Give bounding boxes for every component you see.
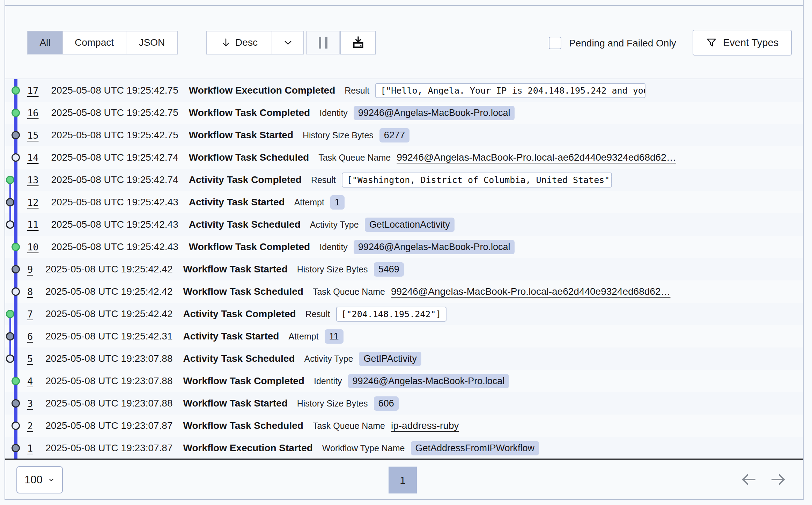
tab-compact[interactable]: Compact bbox=[62, 31, 126, 54]
event-row[interactable]: 102025-05-08 UTC 19:25:42.43Workflow Tas… bbox=[5, 236, 803, 258]
event-row[interactable]: 132025-05-08 UTC 19:25:42.74Activity Tas… bbox=[5, 169, 803, 191]
event-timestamp: 2025-05-08 UTC 19:25:42.74 bbox=[51, 152, 178, 163]
event-detail-value-badge: 99246@Angelas-MacBook-Pro.local bbox=[348, 374, 509, 388]
event-id-link[interactable]: 11 bbox=[27, 219, 39, 230]
event-row[interactable]: 122025-05-08 UTC 19:25:42.43Activity Tas… bbox=[5, 191, 803, 213]
event-detail-label: History Size Bytes bbox=[303, 130, 374, 140]
event-row[interactable]: 172025-05-08 UTC 19:25:42.75Workflow Exe… bbox=[5, 79, 803, 102]
event-row[interactable]: 32025-05-08 UTC 19:23:07.88Workflow Task… bbox=[5, 392, 803, 415]
download-icon bbox=[351, 36, 365, 50]
event-row[interactable]: 112025-05-08 UTC 19:25:42.43Activity Tas… bbox=[5, 213, 803, 236]
sort-desc-button[interactable]: Desc bbox=[207, 31, 272, 54]
event-timestamp: 2025-05-08 UTC 19:25:42.42 bbox=[45, 308, 172, 320]
event-detail-label: History Size Bytes bbox=[297, 264, 368, 275]
event-id-link[interactable]: 14 bbox=[27, 152, 39, 163]
page-size-select[interactable]: 100 bbox=[16, 466, 63, 493]
tab-all[interactable]: All bbox=[28, 31, 62, 54]
event-types-label: Event Types bbox=[723, 37, 778, 49]
download-history-button[interactable] bbox=[340, 31, 376, 54]
event-detail-value-badge: 99246@Angelas-MacBook-Pro.local bbox=[354, 106, 515, 120]
sort-order-split-button: Desc bbox=[206, 31, 304, 54]
event-detail-value-link[interactable]: ip-address-ruby bbox=[391, 420, 459, 431]
event-detail-value-code: ["Washington, District of Columbia, Unit… bbox=[342, 173, 612, 188]
event-name: Workflow Task Completed bbox=[183, 375, 304, 387]
chevron-down-icon bbox=[48, 476, 55, 483]
event-name: Workflow Task Scheduled bbox=[189, 152, 309, 163]
event-detail-value-link[interactable]: 99246@Angelas-MacBook-Pro.local-ae62d440… bbox=[397, 152, 676, 163]
event-detail-label: Identity bbox=[319, 108, 348, 118]
event-detail-value-badge: GetIPActivity bbox=[359, 352, 421, 366]
pause-updates-button[interactable] bbox=[306, 31, 340, 54]
event-name: Activity Task Started bbox=[189, 197, 285, 208]
sort-order-label: Desc bbox=[235, 37, 258, 48]
event-row[interactable]: 52025-05-08 UTC 19:23:07.88Activity Task… bbox=[5, 347, 803, 370]
event-id-link[interactable]: 5 bbox=[27, 353, 33, 364]
event-detail-value-badge: 6277 bbox=[379, 128, 409, 142]
event-timestamp: 2025-05-08 UTC 19:25:42.75 bbox=[51, 107, 178, 118]
event-id-link[interactable]: 9 bbox=[27, 264, 33, 275]
event-row[interactable]: 12025-05-08 UTC 19:23:07.87Workflow Exec… bbox=[5, 437, 803, 459]
event-detail-value-badge: 5469 bbox=[374, 262, 404, 277]
event-row[interactable]: 22025-05-08 UTC 19:23:07.87Workflow Task… bbox=[5, 415, 803, 437]
event-id-link[interactable]: 6 bbox=[27, 331, 33, 342]
event-row[interactable]: 62025-05-08 UTC 19:25:42.31Activity Task… bbox=[5, 325, 803, 347]
previous-page-arrow-icon[interactable] bbox=[740, 471, 757, 488]
event-detail-label: Task Queue Name bbox=[313, 421, 385, 431]
event-timestamp: 2025-05-08 UTC 19:23:07.88 bbox=[45, 398, 172, 409]
event-detail-value-link[interactable]: 99246@Angelas-MacBook-Pro.local-ae62d440… bbox=[391, 286, 671, 297]
event-id-link[interactable]: 4 bbox=[27, 376, 33, 387]
event-name: Activity Task Completed bbox=[183, 308, 296, 320]
event-name: Activity Task Completed bbox=[189, 174, 302, 185]
event-id-link[interactable]: 16 bbox=[27, 108, 39, 118]
event-timestamp: 2025-05-08 UTC 19:25:42.74 bbox=[51, 174, 178, 185]
event-detail-value-code: ["204.148.195.242"] bbox=[336, 307, 446, 322]
next-page-arrow-icon[interactable] bbox=[770, 471, 787, 488]
chevron-down-icon bbox=[283, 37, 293, 48]
event-id-link[interactable]: 7 bbox=[27, 309, 33, 320]
event-name: Activity Task Scheduled bbox=[183, 353, 295, 364]
event-name: Workflow Task Scheduled bbox=[183, 420, 303, 431]
event-timestamp: 2025-05-08 UTC 19:25:42.43 bbox=[51, 197, 178, 208]
event-detail-label: Activity Type bbox=[310, 220, 359, 230]
event-timestamp: 2025-05-08 UTC 19:25:42.31 bbox=[45, 331, 172, 342]
event-name: Activity Task Scheduled bbox=[189, 219, 301, 230]
event-row[interactable]: 92025-05-08 UTC 19:25:42.42Workflow Task… bbox=[5, 258, 803, 280]
event-types-filter-button[interactable]: Event Types bbox=[693, 30, 792, 56]
event-id-link[interactable]: 3 bbox=[27, 398, 33, 409]
sort-order-dropdown-button[interactable] bbox=[272, 31, 303, 54]
view-mode-tabs: All Compact JSON bbox=[27, 31, 178, 54]
event-id-link[interactable]: 1 bbox=[27, 443, 33, 454]
event-timestamp: 2025-05-08 UTC 19:23:07.88 bbox=[45, 375, 172, 387]
event-detail-label: Result bbox=[345, 86, 369, 96]
event-detail-value-badge: 1 bbox=[330, 195, 345, 210]
event-row[interactable]: 162025-05-08 UTC 19:25:42.75Workflow Tas… bbox=[5, 102, 803, 124]
event-detail-value-badge: 99246@Angelas-MacBook-Pro.local bbox=[354, 240, 515, 254]
pending-failed-only-checkbox[interactable] bbox=[549, 37, 561, 49]
event-id-link[interactable]: 17 bbox=[27, 85, 39, 96]
event-id-link[interactable]: 2 bbox=[27, 420, 33, 431]
event-row[interactable]: 42025-05-08 UTC 19:23:07.88Workflow Task… bbox=[5, 370, 803, 392]
event-id-link[interactable]: 8 bbox=[27, 286, 33, 297]
event-name: Workflow Task Started bbox=[183, 264, 288, 275]
event-detail-label: Task Queue Name bbox=[318, 153, 391, 163]
event-history-table: 172025-05-08 UTC 19:25:42.75Workflow Exe… bbox=[5, 79, 803, 459]
event-name: Workflow Execution Started bbox=[183, 442, 313, 454]
current-page-button[interactable]: 1 bbox=[389, 467, 417, 493]
event-row[interactable]: 142025-05-08 UTC 19:25:42.74Workflow Tas… bbox=[5, 146, 803, 169]
event-detail-value-badge: GetAddressFromIPWorkflow bbox=[411, 441, 539, 455]
event-id-link[interactable]: 13 bbox=[27, 175, 39, 185]
event-name: Workflow Execution Completed bbox=[189, 85, 335, 96]
event-name: Workflow Task Scheduled bbox=[183, 286, 303, 297]
event-detail-label: Task Queue Name bbox=[313, 287, 385, 297]
tab-json[interactable]: JSON bbox=[126, 31, 177, 54]
event-row[interactable]: 72025-05-08 UTC 19:25:42.42Activity Task… bbox=[5, 303, 803, 325]
event-row[interactable]: 82025-05-08 UTC 19:25:42.42Workflow Task… bbox=[5, 280, 803, 303]
event-detail-label: Identity bbox=[314, 376, 342, 386]
event-id-link[interactable]: 12 bbox=[27, 197, 39, 208]
event-detail-label: Identity bbox=[319, 242, 348, 252]
event-id-link[interactable]: 15 bbox=[27, 130, 39, 141]
event-detail-label: Activity Type bbox=[304, 354, 353, 364]
event-row[interactable]: 152025-05-08 UTC 19:25:42.75Workflow Tas… bbox=[5, 124, 803, 146]
event-id-link[interactable]: 10 bbox=[27, 242, 39, 252]
event-timestamp: 2025-05-08 UTC 19:25:42.43 bbox=[51, 219, 178, 230]
